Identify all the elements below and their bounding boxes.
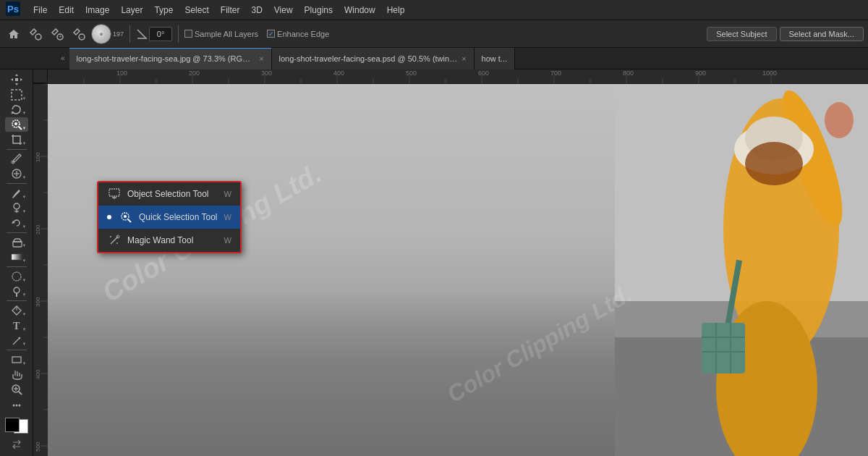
tab-0[interactable]: long-shot-traveler-facing-sea.jpg @ 73.3… bbox=[69, 48, 272, 69]
tool-shapes[interactable]: ▼ bbox=[5, 352, 28, 367]
menu-view[interactable]: View bbox=[268, 0, 299, 20]
svg-rect-34 bbox=[48, 69, 868, 83]
tool-eyedropper[interactable] bbox=[5, 152, 28, 166]
tab-2[interactable]: how t... bbox=[475, 48, 515, 69]
color-swatches[interactable] bbox=[4, 418, 30, 434]
canvas-area[interactable]: 100 200 300 400 500 600 700 800 900 1000 bbox=[33, 69, 868, 456]
menu-type[interactable]: Type bbox=[148, 0, 179, 20]
tool-lasso[interactable]: ▼ bbox=[5, 103, 28, 117]
angle-container: 0° bbox=[136, 27, 172, 41]
menu-layer[interactable]: Layer bbox=[115, 0, 148, 20]
subtract-selection-icon[interactable]: - bbox=[69, 26, 88, 42]
separator-1 bbox=[129, 25, 130, 43]
svg-point-9 bbox=[14, 122, 17, 125]
tab-1[interactable]: long-shot-traveler-facing-sea.psd @ 50.5… bbox=[272, 48, 475, 69]
tool-healing[interactable]: ▼ bbox=[5, 166, 28, 181]
flyout-quick-selection-shortcut: W bbox=[224, 213, 231, 221]
svg-text:200: 200 bbox=[35, 224, 41, 235]
svg-text:400: 400 bbox=[35, 369, 41, 379]
tool-quick-select[interactable]: ▼ bbox=[5, 117, 28, 132]
home-icon[interactable] bbox=[4, 26, 23, 42]
sample-all-layers-text: Sample All Layers bbox=[195, 30, 258, 38]
tab-1-close[interactable]: × bbox=[461, 54, 466, 63]
svg-point-31 bbox=[12, 405, 14, 407]
new-selection-icon[interactable] bbox=[26, 26, 45, 42]
select-and-mask-button[interactable]: Select and Mask... bbox=[780, 27, 864, 41]
tool-crop[interactable]: ▼ bbox=[5, 132, 28, 147]
menu-help[interactable]: Help bbox=[381, 0, 411, 20]
svg-point-21 bbox=[12, 272, 21, 281]
tab-0-label: long-shot-traveler-facing-sea.jpg @ 73.3… bbox=[77, 54, 255, 63]
enhance-edge-checkbox[interactable] bbox=[267, 30, 275, 38]
canvas-content: 100 200 300 400 500 bbox=[33, 84, 868, 456]
quick-selection-icon bbox=[119, 210, 133, 224]
menu-filter[interactable]: Filter bbox=[215, 0, 246, 20]
menu-3d[interactable]: 3D bbox=[245, 0, 268, 20]
tool-blur[interactable]: ▼ bbox=[5, 269, 28, 284]
tool-separator-1 bbox=[7, 149, 27, 150]
menu-file[interactable]: File bbox=[27, 0, 53, 20]
menu-edit[interactable]: Edit bbox=[53, 0, 80, 20]
tool-pen[interactable]: ▼ bbox=[5, 303, 28, 318]
select-subject-button[interactable]: Select Subject bbox=[707, 27, 776, 41]
tool-move[interactable] bbox=[5, 72, 28, 87]
tab-0-close[interactable]: × bbox=[259, 54, 263, 63]
svg-text:400: 400 bbox=[333, 69, 344, 77]
person-svg bbox=[615, 84, 868, 456]
tool-more[interactable] bbox=[5, 398, 28, 413]
tool-path-select[interactable]: ▼ bbox=[5, 334, 28, 348]
enhance-edge-label[interactable]: Enhance Edge bbox=[267, 30, 329, 38]
svg-text:1000: 1000 bbox=[762, 69, 777, 77]
tool-zoom[interactable] bbox=[5, 383, 28, 397]
flyout-object-selection-shortcut: W bbox=[224, 190, 231, 198]
svg-rect-20 bbox=[12, 254, 22, 260]
tool-history-brush[interactable]: ▼ bbox=[5, 216, 28, 230]
tool-brush[interactable]: ▼ bbox=[5, 186, 28, 200]
tab-collapse-button[interactable]: « bbox=[58, 54, 68, 62]
tool-separator-4 bbox=[7, 266, 27, 267]
tab-2-label: how t... bbox=[482, 54, 507, 63]
svg-text:200: 200 bbox=[189, 69, 200, 77]
svg-point-22 bbox=[14, 287, 20, 293]
svg-text:700: 700 bbox=[550, 69, 561, 77]
menu-window[interactable]: Window bbox=[339, 0, 381, 20]
tool-separator-3 bbox=[7, 232, 27, 233]
svg-line-10 bbox=[19, 127, 22, 130]
menu-select[interactable]: Select bbox=[179, 0, 214, 20]
tool-gradient[interactable]: ▼ bbox=[5, 250, 28, 264]
tool-eraser[interactable]: ▼ bbox=[5, 235, 28, 250]
add-selection-icon[interactable]: + bbox=[48, 26, 67, 42]
svg-point-101 bbox=[124, 215, 127, 218]
tool-dodge[interactable]: ▼ bbox=[5, 284, 28, 299]
menu-image[interactable]: Image bbox=[80, 0, 115, 20]
brush-preview[interactable]: ● bbox=[91, 24, 111, 44]
canvas-image-area[interactable]: Color Clipping Ltd. Color Clipping Ltd. bbox=[48, 84, 868, 456]
swap-colors-button[interactable] bbox=[5, 437, 28, 452]
svg-point-88 bbox=[825, 102, 854, 138]
svg-text:Ps: Ps bbox=[7, 4, 19, 14]
flyout-magic-wand[interactable]: Magic Wand Tool W bbox=[98, 229, 240, 252]
toolbar: ▼ ▼ ▼ ▼ bbox=[0, 69, 33, 456]
svg-point-32 bbox=[15, 405, 17, 407]
foreground-color-swatch[interactable] bbox=[5, 418, 20, 432]
flyout-object-selection[interactable]: Object Selection Tool W bbox=[98, 182, 240, 206]
svg-rect-7 bbox=[12, 90, 22, 100]
sample-all-layers-label[interactable]: Sample All Layers bbox=[184, 30, 258, 38]
menu-plugins[interactable]: Plugins bbox=[299, 0, 339, 20]
tool-marquee[interactable]: ▼ bbox=[5, 88, 28, 102]
angle-input[interactable]: 0° bbox=[149, 27, 172, 41]
tool-type[interactable]: T ▼ bbox=[5, 318, 28, 333]
flyout-quick-selection[interactable]: Quick Selection Tool W bbox=[98, 206, 240, 229]
tool-clone[interactable]: ▼ bbox=[5, 201, 28, 216]
options-bar: + - ● 197 0° Sample All Layers Enhance E… bbox=[0, 20, 868, 48]
magic-wand-icon bbox=[107, 233, 122, 248]
sample-all-layers-checkbox[interactable] bbox=[184, 30, 192, 38]
tool-hand[interactable] bbox=[5, 368, 28, 382]
svg-rect-26 bbox=[12, 357, 21, 363]
object-selection-icon bbox=[107, 187, 122, 201]
ruler-corner bbox=[33, 69, 48, 83]
main-area: ▼ ▼ ▼ ▼ bbox=[0, 69, 868, 456]
svg-text:900: 900 bbox=[695, 69, 706, 77]
svg-text:300: 300 bbox=[35, 297, 41, 307]
tab-bar: « long-shot-traveler-facing-sea.jpg @ 73… bbox=[0, 48, 868, 69]
